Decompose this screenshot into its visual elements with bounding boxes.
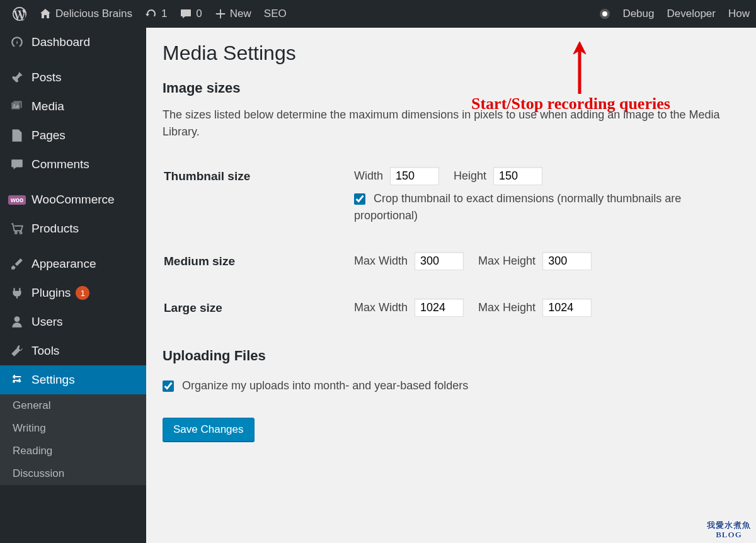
max-height-label: Max Height — [478, 254, 536, 267]
media-icon — [9, 98, 25, 115]
page-icon — [9, 127, 25, 144]
medium-height-input[interactable] — [542, 252, 592, 270]
width-label: Width — [354, 169, 383, 182]
submenu-reading[interactable]: Reading — [0, 440, 146, 462]
plug-icon — [9, 285, 25, 301]
brush-icon — [9, 256, 25, 272]
max-width-label-2: Max Width — [354, 301, 408, 314]
menu-media[interactable]: Media — [0, 92, 146, 121]
plugins-badge: 1 — [76, 286, 89, 300]
organize-checkbox[interactable] — [163, 380, 174, 392]
menu-posts[interactable]: Posts — [0, 63, 146, 92]
pin-icon — [9, 69, 25, 86]
menu-dashboard[interactable]: Dashboard — [0, 28, 146, 57]
large-label: Large size — [164, 278, 353, 324]
menu-tools[interactable]: Tools — [0, 336, 146, 365]
howdy-link[interactable]: How — [722, 0, 750, 28]
comments-link[interactable]: 0 — [173, 0, 208, 28]
organize-label: Organize my uploads into month- and year… — [182, 379, 468, 392]
wrench-icon — [9, 343, 25, 359]
comment-count: 0 — [196, 8, 202, 20]
menu-woocommerce[interactable]: woo WooCommerce — [0, 185, 146, 214]
max-width-label: Max Width — [354, 254, 408, 267]
wordpress-logo[interactable] — [6, 0, 33, 28]
uploading-files-heading: Uploading Files — [163, 348, 740, 364]
new-label: New — [230, 8, 251, 20]
debug-link[interactable]: Debug — [616, 0, 660, 28]
menu-comments[interactable]: Comments — [0, 150, 146, 179]
crop-checkbox[interactable] — [354, 193, 365, 205]
woocommerce-icon: woo — [9, 191, 25, 208]
large-width-input[interactable] — [415, 299, 464, 317]
thumbnail-height-input[interactable] — [493, 167, 542, 185]
large-height-input[interactable] — [542, 299, 592, 317]
medium-width-input[interactable] — [415, 252, 464, 270]
submenu-writing[interactable]: Writing — [0, 417, 146, 440]
main-content: Media Settings Image sizes The sizes lis… — [146, 28, 756, 543]
menu-settings[interactable]: Settings — [0, 365, 146, 394]
admin-toolbar: Delicious Brains 1 0 New SEO Debug Devel… — [0, 0, 756, 28]
submenu-discussion[interactable]: Discussion — [0, 462, 146, 485]
menu-products[interactable]: Products — [0, 214, 146, 243]
site-name: Delicious Brains — [55, 8, 132, 20]
save-changes-button[interactable]: Save Changes — [163, 418, 255, 442]
settings-submenu: General Writing Reading Discussion — [0, 394, 146, 485]
crop-label: Crop thumbnail to exact dimensions (norm… — [354, 192, 681, 222]
cart-icon — [9, 220, 25, 237]
menu-users[interactable]: Users — [0, 307, 146, 336]
page-title: Media Settings — [163, 42, 740, 65]
height-label: Height — [454, 169, 486, 182]
svg-point-1 — [14, 316, 20, 322]
sliders-icon — [9, 372, 25, 388]
menu-plugins[interactable]: Plugins 1 — [0, 278, 146, 307]
thumbnail-label: Thumbnail size — [164, 161, 353, 231]
menu-appearance[interactable]: Appearance — [0, 249, 146, 278]
user-icon — [9, 314, 25, 330]
blog-watermark: 我愛水煮魚 BLOG — [707, 521, 751, 539]
dashboard-icon — [9, 34, 25, 50]
annotation-arrow — [567, 40, 592, 100]
submenu-general[interactable]: General — [0, 394, 146, 417]
update-count: 1 — [161, 8, 167, 20]
updates-link[interactable]: 1 — [139, 0, 173, 28]
developer-link[interactable]: Developer — [660, 0, 722, 28]
annotation-text: Start/Stop recording queries — [471, 94, 670, 113]
comment-icon — [9, 156, 25, 173]
thumbnail-width-input[interactable] — [390, 167, 439, 185]
seo-link[interactable]: SEO — [258, 0, 293, 28]
menu-pages[interactable]: Pages — [0, 121, 146, 150]
max-height-label-2: Max Height — [478, 301, 536, 314]
record-icon — [600, 9, 610, 19]
admin-sidebar: Dashboard Posts Media Pages Comments woo… — [0, 28, 146, 543]
new-content-link[interactable]: New — [209, 0, 258, 28]
medium-label: Medium size — [164, 232, 353, 277]
record-button[interactable] — [593, 0, 616, 28]
site-home-link[interactable]: Delicious Brains — [33, 0, 139, 28]
